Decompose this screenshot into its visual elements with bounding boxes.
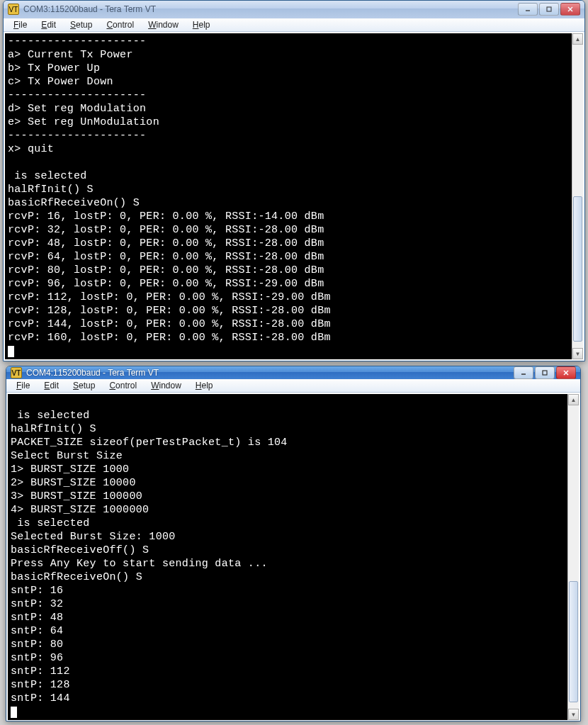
window-buttons	[514, 366, 576, 379]
window-title: COM3:115200baud - Tera Term VT	[23, 4, 518, 14]
svg-rect-1	[547, 7, 551, 11]
close-button[interactable]	[556, 366, 576, 379]
menubar: File Edit Setup Control Window Help	[6, 379, 580, 393]
scroll-down-button[interactable]: ▼	[568, 709, 579, 720]
maximize-button[interactable]	[535, 366, 555, 379]
minimize-button[interactable]	[518, 3, 538, 16]
svg-rect-5	[543, 371, 547, 375]
menu-setup[interactable]: Setup	[67, 379, 101, 392]
scroll-up-button[interactable]: ▲	[572, 33, 583, 45]
minimize-button[interactable]	[514, 366, 533, 379]
scroll-up-button[interactable]: ▲	[568, 394, 579, 405]
scrollbar[interactable]: ▲ ▼	[572, 33, 583, 359]
app-icon: VT	[8, 4, 19, 15]
menu-help[interactable]: Help	[190, 379, 219, 392]
menubar: File Edit Setup Control Window Help	[4, 18, 584, 32]
close-button[interactable]	[560, 3, 580, 16]
app-icon: VT	[11, 367, 22, 378]
scroll-down-button[interactable]: ▼	[572, 348, 583, 359]
titlebar[interactable]: VT COM3:115200baud - Tera Term VT	[4, 1, 584, 18]
menu-edit[interactable]: Edit	[35, 18, 62, 31]
scroll-thumb[interactable]	[573, 196, 582, 342]
terminal-area: --------------------- a> Current Tx Powe…	[4, 32, 584, 361]
titlebar[interactable]: VT COM4:115200baud - Tera Term VT	[6, 366, 580, 379]
menu-edit[interactable]: Edit	[38, 379, 64, 392]
menu-file[interactable]: File	[11, 379, 35, 392]
scroll-thumb[interactable]	[569, 581, 578, 702]
window-buttons	[518, 3, 580, 16]
menu-file[interactable]: File	[8, 18, 33, 31]
menu-control[interactable]: Control	[101, 18, 140, 31]
scrollbar[interactable]: ▲ ▼	[567, 394, 579, 720]
menu-control[interactable]: Control	[103, 379, 142, 392]
scroll-track[interactable]	[568, 405, 579, 709]
scroll-track[interactable]	[572, 45, 583, 348]
menu-setup[interactable]: Setup	[64, 18, 98, 31]
menu-window[interactable]: Window	[145, 379, 187, 392]
terminal-window-com4: VT COM4:115200baud - Tera Term VT File E…	[6, 366, 581, 721]
terminal-window-com3: VT COM3:115200baud - Tera Term VT File E…	[3, 0, 585, 361]
maximize-button[interactable]	[539, 3, 559, 16]
terminal-output[interactable]: is selected halRfInit() S PACKET_SIZE si…	[8, 394, 567, 720]
terminal-area: is selected halRfInit() S PACKET_SIZE si…	[6, 393, 580, 721]
terminal-output[interactable]: --------------------- a> Current Tx Powe…	[5, 33, 572, 359]
window-title: COM4:115200baud - Tera Term VT	[26, 368, 514, 378]
menu-window[interactable]: Window	[142, 18, 184, 31]
menu-help[interactable]: Help	[187, 18, 216, 31]
